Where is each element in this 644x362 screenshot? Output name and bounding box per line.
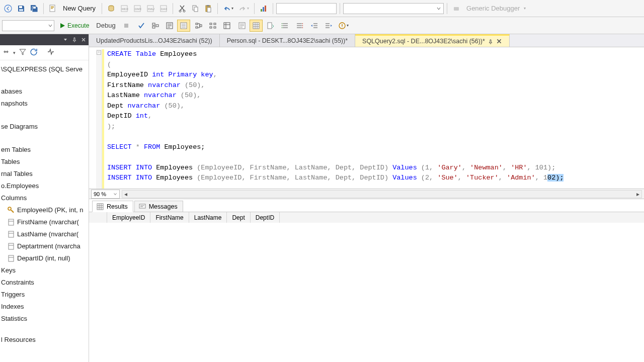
- grid-corner[interactable]: [89, 212, 107, 223]
- tree-column[interactable]: LastName (nvarchar(: [0, 228, 89, 240]
- new-query-icon[interactable]: [47, 3, 59, 15]
- tree-column[interactable]: EmployeeID (PK, int, n: [0, 204, 89, 216]
- execute-button[interactable]: Execute: [56, 22, 92, 29]
- tree-folder[interactable]: rnal Tables: [0, 168, 89, 180]
- messages-tab[interactable]: Messages: [134, 201, 183, 212]
- cut-icon[interactable]: [176, 3, 188, 15]
- mdx-icon[interactable]: MDX: [118, 3, 130, 15]
- indent-icon[interactable]: [322, 20, 335, 32]
- svg-text:MDX: MDX: [122, 8, 128, 11]
- tab-person[interactable]: Person.sql - DESKT...8OJ43E2\sachi (55))…: [220, 34, 355, 47]
- messages-icon: [139, 203, 146, 210]
- tree-column[interactable]: Deptartment (nvarcha: [0, 240, 89, 252]
- tree-folder[interactable]: Columns: [0, 192, 89, 204]
- actual-plan-icon[interactable]: [192, 20, 205, 32]
- svg-rect-20: [207, 8, 211, 12]
- client-stats-icon[interactable]: [220, 20, 233, 32]
- sidebar-pin-icon[interactable]: [70, 36, 78, 44]
- tab-updated-products[interactable]: UpdatedProductsLis...OJ43E2\sachi (52)): [89, 34, 220, 47]
- copy-icon[interactable]: [189, 3, 201, 15]
- zoom-combo[interactable]: 90 %: [91, 190, 120, 199]
- redo-icon[interactable]: ▾: [236, 3, 251, 15]
- dax-icon[interactable]: DAX: [157, 3, 170, 15]
- estimated-plan-icon[interactable]: [149, 20, 162, 32]
- chart-icon[interactable]: [258, 3, 270, 15]
- svg-rect-23: [265, 6, 266, 12]
- object-combo[interactable]: [343, 3, 444, 14]
- tree-column[interactable]: DepartID (int, null): [0, 252, 89, 264]
- results-text-icon[interactable]: [235, 20, 249, 32]
- column-icon: [7, 242, 15, 250]
- svg-rect-45: [9, 231, 14, 237]
- close-icon[interactable]: [496, 38, 502, 44]
- scope-combo[interactable]: [276, 3, 337, 14]
- tree-folder[interactable]: l Resources: [0, 334, 89, 346]
- save-icon[interactable]: [15, 3, 27, 15]
- pin-icon[interactable]: [488, 39, 493, 44]
- scroll-right-icon[interactable]: ▸: [634, 191, 641, 198]
- filter-icon[interactable]: [19, 48, 27, 57]
- tree-column[interactable]: FirstName (nvarchar(: [0, 216, 89, 228]
- debug-button[interactable]: Debug: [93, 22, 118, 29]
- new-query-button[interactable]: New Query: [60, 5, 99, 12]
- xmla-icon[interactable]: XMLA: [144, 3, 156, 15]
- results-tab[interactable]: Results: [92, 201, 133, 212]
- debugger-label[interactable]: Generic Debugger: [463, 5, 523, 12]
- sidebar-tree[interactable]: \SQLEXPRESS (SQL Serve abases napshots s…: [0, 60, 89, 346]
- outline-collapse-icon[interactable]: -: [97, 50, 101, 55]
- query-options-icon[interactable]: [163, 20, 176, 32]
- sidebar-close-icon[interactable]: [79, 36, 88, 44]
- results-grid-icon[interactable]: [250, 20, 263, 32]
- svg-rect-25: [124, 24, 128, 28]
- db-combo[interactable]: [2, 20, 54, 31]
- horizontal-scrollbar[interactable]: ◂ ▸: [122, 190, 642, 198]
- col-header[interactable]: Dept: [227, 212, 250, 223]
- tree-table[interactable]: o.Employees: [0, 180, 89, 192]
- connect-icon[interactable]: [2, 48, 10, 57]
- dmx-icon[interactable]: DMX: [131, 3, 143, 15]
- col-header[interactable]: EmployeeID: [107, 212, 150, 223]
- results-grid-body[interactable]: [89, 223, 644, 362]
- paste-icon[interactable]: [202, 3, 214, 15]
- tree-folder[interactable]: abases: [0, 85, 89, 98]
- tree-folder[interactable]: se Diagrams: [0, 121, 89, 133]
- stop-icon[interactable]: [120, 20, 133, 32]
- live-stats-icon[interactable]: [206, 20, 219, 32]
- save-all-icon[interactable]: [28, 3, 40, 15]
- sql-editor[interactable]: - CREATE Table Employees ( EmployeeID in…: [89, 47, 644, 189]
- svg-rect-36: [214, 23, 216, 25]
- activity-icon[interactable]: [47, 48, 55, 57]
- sidebar-dropdown-icon[interactable]: [61, 36, 69, 44]
- tree-folder[interactable]: Tables: [0, 156, 89, 168]
- specify-values-icon[interactable]: ▾: [337, 20, 350, 32]
- code-text[interactable]: CREATE Table Employees ( EmployeeID int …: [107, 49, 564, 189]
- tree-server[interactable]: \SQLEXPRESS (SQL Serve: [0, 63, 89, 75]
- col-header[interactable]: FirstName: [150, 212, 189, 223]
- refresh-icon[interactable]: [30, 48, 38, 57]
- scroll-left-icon[interactable]: ◂: [122, 191, 129, 198]
- tree-folder[interactable]: em Tables: [0, 144, 89, 156]
- tab-sqlquery2[interactable]: SQLQuery2.sql - DE...8OJ43E2\sachi (56))…: [355, 34, 510, 47]
- parse-icon[interactable]: [135, 20, 148, 32]
- undo-icon[interactable]: ▾: [221, 3, 235, 15]
- intellisense-icon[interactable]: [177, 20, 190, 32]
- col-header[interactable]: DeptID: [251, 212, 280, 223]
- back-icon[interactable]: [2, 3, 14, 15]
- tree-folder[interactable]: Constraints: [0, 277, 89, 289]
- db-icon-1[interactable]: [105, 3, 117, 15]
- col-header[interactable]: LastName: [189, 212, 227, 223]
- main-toolbar: New Query MDX DMX XMLA DAX ▾ ▾ Generic D…: [0, 0, 644, 17]
- tree-folder[interactable]: napshots: [0, 98, 89, 110]
- tree-folder[interactable]: Indexes: [0, 301, 89, 313]
- results-file-icon[interactable]: [264, 20, 277, 32]
- comment-icon[interactable]: [279, 20, 292, 32]
- tree-folder[interactable]: Keys: [0, 264, 89, 277]
- tree-folder[interactable]: Triggers: [0, 289, 89, 301]
- svg-text:DMX: DMX: [135, 8, 141, 11]
- uncomment-icon[interactable]: [293, 20, 306, 32]
- outdent-icon[interactable]: [308, 20, 321, 32]
- tree-folder[interactable]: Statistics: [0, 313, 89, 325]
- svg-rect-24: [454, 7, 459, 11]
- debugger-icon[interactable]: [450, 3, 462, 15]
- results-panel-tabs: Results Messages: [89, 199, 644, 212]
